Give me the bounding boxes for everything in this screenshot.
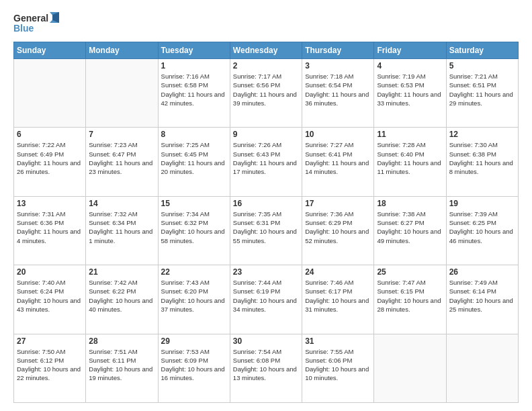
day-number: 8 — [161, 130, 227, 139]
day-detail: Sunrise: 7:38 AMSunset: 6:27 PMDaylight:… — [377, 210, 443, 245]
day-detail: Sunrise: 7:42 AMSunset: 6:22 PMDaylight:… — [89, 278, 154, 314]
day-number: 4 — [377, 61, 443, 71]
col-header-saturday: Saturday — [446, 42, 518, 59]
calendar-cell: 11Sunrise: 7:28 AMSunset: 6:40 PMDayligh… — [374, 128, 446, 196]
day-number: 13 — [17, 199, 83, 208]
calendar-cell: 10Sunrise: 7:27 AMSunset: 6:41 PMDayligh… — [302, 128, 374, 196]
calendar-week-5: 27Sunrise: 7:50 AMSunset: 6:12 PMDayligh… — [14, 334, 519, 402]
calendar-cell: 6Sunrise: 7:22 AMSunset: 6:49 PMDaylight… — [14, 128, 86, 196]
day-number: 10 — [305, 130, 371, 139]
day-detail: Sunrise: 7:54 AMSunset: 6:08 PMDaylight:… — [233, 347, 299, 383]
day-detail: Sunrise: 7:21 AMSunset: 6:51 PMDaylight:… — [449, 72, 515, 107]
calendar-cell: 20Sunrise: 7:40 AMSunset: 6:24 PMDayligh… — [14, 265, 86, 334]
logo: GeneralBlue — [13, 11, 60, 35]
day-detail: Sunrise: 7:35 AMSunset: 6:31 PMDaylight:… — [233, 210, 299, 245]
day-detail: Sunrise: 7:46 AMSunset: 6:17 PMDaylight:… — [305, 278, 371, 314]
calendar-cell — [14, 59, 86, 128]
day-number: 23 — [233, 267, 299, 277]
calendar-cell: 28Sunrise: 7:51 AMSunset: 6:11 PMDayligh… — [86, 334, 158, 402]
day-number: 16 — [233, 199, 299, 208]
calendar-cell: 27Sunrise: 7:50 AMSunset: 6:12 PMDayligh… — [14, 334, 86, 402]
day-detail: Sunrise: 7:50 AMSunset: 6:12 PMDaylight:… — [17, 347, 83, 383]
day-detail: Sunrise: 7:51 AMSunset: 6:11 PMDaylight:… — [89, 347, 154, 383]
calendar-cell: 23Sunrise: 7:44 AMSunset: 6:19 PMDayligh… — [230, 265, 302, 334]
day-number: 17 — [305, 199, 371, 208]
day-detail: Sunrise: 7:25 AMSunset: 6:45 PMDaylight:… — [161, 140, 227, 176]
day-detail: Sunrise: 7:53 AMSunset: 6:09 PMDaylight:… — [161, 347, 227, 383]
day-number: 18 — [377, 199, 443, 208]
calendar-cell: 9Sunrise: 7:26 AMSunset: 6:43 PMDaylight… — [230, 128, 302, 196]
day-number: 25 — [377, 267, 443, 277]
calendar-cell: 29Sunrise: 7:53 AMSunset: 6:09 PMDayligh… — [158, 334, 230, 402]
svg-text:General: General — [13, 13, 48, 24]
calendar-cell: 3Sunrise: 7:18 AMSunset: 6:54 PMDaylight… — [302, 59, 374, 128]
col-header-wednesday: Wednesday — [230, 42, 302, 59]
calendar-cell: 12Sunrise: 7:30 AMSunset: 6:38 PMDayligh… — [446, 128, 518, 196]
col-header-monday: Monday — [86, 42, 158, 59]
calendar-cell — [374, 334, 446, 402]
day-number: 26 — [449, 267, 515, 277]
calendar-cell: 25Sunrise: 7:47 AMSunset: 6:15 PMDayligh… — [374, 265, 446, 334]
col-header-friday: Friday — [374, 42, 446, 59]
page-header: GeneralBlue — [13, 11, 519, 35]
calendar-cell: 26Sunrise: 7:49 AMSunset: 6:14 PMDayligh… — [446, 265, 518, 334]
day-number: 15 — [161, 199, 227, 208]
calendar-header-row: SundayMondayTuesdayWednesdayThursdayFrid… — [14, 42, 519, 59]
day-number: 30 — [233, 336, 299, 346]
day-number: 27 — [17, 336, 83, 346]
day-detail: Sunrise: 7:34 AMSunset: 6:32 PMDaylight:… — [161, 210, 227, 245]
day-number: 9 — [233, 130, 299, 139]
day-detail: Sunrise: 7:19 AMSunset: 6:53 PMDaylight:… — [377, 72, 443, 107]
day-detail: Sunrise: 7:28 AMSunset: 6:40 PMDaylight:… — [377, 140, 443, 176]
day-number: 28 — [89, 336, 154, 346]
day-detail: Sunrise: 7:23 AMSunset: 6:47 PMDaylight:… — [89, 140, 154, 176]
calendar-cell: 30Sunrise: 7:54 AMSunset: 6:08 PMDayligh… — [230, 334, 302, 402]
calendar-week-3: 13Sunrise: 7:31 AMSunset: 6:36 PMDayligh… — [14, 196, 519, 265]
calendar-body: 1Sunrise: 7:16 AMSunset: 6:58 PMDaylight… — [14, 59, 519, 403]
calendar-cell: 4Sunrise: 7:19 AMSunset: 6:53 PMDaylight… — [374, 59, 446, 128]
day-number: 3 — [305, 61, 371, 71]
day-number: 20 — [17, 267, 83, 277]
day-detail: Sunrise: 7:40 AMSunset: 6:24 PMDaylight:… — [17, 278, 83, 314]
calendar-cell: 7Sunrise: 7:23 AMSunset: 6:47 PMDaylight… — [86, 128, 158, 196]
day-detail: Sunrise: 7:32 AMSunset: 6:34 PMDaylight:… — [89, 210, 154, 245]
calendar-cell: 16Sunrise: 7:35 AMSunset: 6:31 PMDayligh… — [230, 196, 302, 265]
calendar-cell: 18Sunrise: 7:38 AMSunset: 6:27 PMDayligh… — [374, 196, 446, 265]
col-header-thursday: Thursday — [302, 42, 374, 59]
svg-text:Blue: Blue — [13, 23, 34, 34]
day-number: 21 — [89, 267, 154, 277]
day-detail: Sunrise: 7:17 AMSunset: 6:56 PMDaylight:… — [233, 72, 299, 107]
day-number: 14 — [89, 199, 154, 208]
calendar-cell: 15Sunrise: 7:34 AMSunset: 6:32 PMDayligh… — [158, 196, 230, 265]
calendar-table: SundayMondayTuesdayWednesdayThursdayFrid… — [13, 42, 519, 403]
day-detail: Sunrise: 7:26 AMSunset: 6:43 PMDaylight:… — [233, 140, 299, 176]
calendar-week-1: 1Sunrise: 7:16 AMSunset: 6:58 PMDaylight… — [14, 59, 519, 128]
day-number: 7 — [89, 130, 154, 139]
day-number: 22 — [161, 267, 227, 277]
day-number: 31 — [305, 336, 371, 346]
calendar-cell — [446, 334, 518, 402]
day-number: 6 — [17, 130, 83, 139]
day-number: 24 — [305, 267, 371, 277]
calendar-cell: 19Sunrise: 7:39 AMSunset: 6:25 PMDayligh… — [446, 196, 518, 265]
day-number: 2 — [233, 61, 299, 71]
day-detail: Sunrise: 7:44 AMSunset: 6:19 PMDaylight:… — [233, 278, 299, 314]
day-detail: Sunrise: 7:43 AMSunset: 6:20 PMDaylight:… — [161, 278, 227, 314]
day-number: 12 — [449, 130, 515, 139]
day-detail: Sunrise: 7:39 AMSunset: 6:25 PMDaylight:… — [449, 210, 515, 245]
calendar-cell — [86, 59, 158, 128]
day-detail: Sunrise: 7:31 AMSunset: 6:36 PMDaylight:… — [17, 210, 83, 245]
calendar-cell: 13Sunrise: 7:31 AMSunset: 6:36 PMDayligh… — [14, 196, 86, 265]
day-number: 5 — [449, 61, 515, 71]
calendar-cell: 5Sunrise: 7:21 AMSunset: 6:51 PMDaylight… — [446, 59, 518, 128]
day-detail: Sunrise: 7:49 AMSunset: 6:14 PMDaylight:… — [449, 278, 515, 314]
col-header-tuesday: Tuesday — [158, 42, 230, 59]
day-detail: Sunrise: 7:47 AMSunset: 6:15 PMDaylight:… — [377, 278, 443, 314]
calendar-cell: 8Sunrise: 7:25 AMSunset: 6:45 PMDaylight… — [158, 128, 230, 196]
day-number: 29 — [161, 336, 227, 346]
day-detail: Sunrise: 7:55 AMSunset: 6:06 PMDaylight:… — [305, 347, 371, 383]
calendar-cell: 2Sunrise: 7:17 AMSunset: 6:56 PMDaylight… — [230, 59, 302, 128]
calendar-cell: 14Sunrise: 7:32 AMSunset: 6:34 PMDayligh… — [86, 196, 158, 265]
day-number: 1 — [161, 61, 227, 71]
day-detail: Sunrise: 7:22 AMSunset: 6:49 PMDaylight:… — [17, 140, 83, 176]
